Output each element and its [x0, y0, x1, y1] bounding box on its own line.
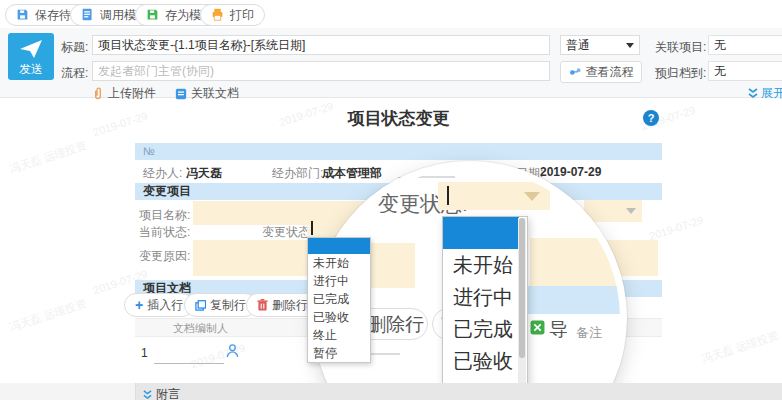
- lens-export-label: 导: [549, 317, 568, 343]
- lens-delete-row-label: 删除行: [367, 312, 424, 338]
- lens-option: 已完成: [443, 313, 519, 345]
- project-name-label: 项目名称:: [139, 207, 190, 224]
- doc-table-col-creator: 文档编制人: [173, 321, 228, 336]
- link-document-label: 关联文档: [191, 85, 239, 102]
- numero-row: №: [135, 143, 662, 160]
- lens-section-band-fragment: [528, 286, 620, 314]
- prearchive-value: 无: [714, 64, 726, 78]
- print-icon: [211, 8, 226, 23]
- chevron-down-icon: [626, 208, 636, 214]
- note-label: 附言: [156, 386, 180, 400]
- chevron-down-icon: [626, 43, 634, 48]
- lens-scrollbar-track: [518, 218, 526, 400]
- copy-row-label: 复制行: [210, 295, 246, 315]
- numero-label: №: [143, 143, 155, 160]
- status-option[interactable]: 暂停: [308, 344, 370, 362]
- person-picker-icon[interactable]: [226, 344, 239, 358]
- lens-option: 未开始: [443, 249, 519, 281]
- double-chevron-down-icon: [143, 390, 152, 400]
- priority-value: 普通: [566, 38, 590, 52]
- operator-value: 冯天磊: [186, 165, 222, 182]
- lens-change-status-input: [438, 182, 550, 210]
- flow-label: 流程:: [61, 65, 88, 82]
- change-status-label: 变更状态:: [262, 224, 313, 241]
- note-toggle[interactable]: 附言: [143, 386, 180, 400]
- save-icon: [16, 8, 31, 23]
- upload-attachment-label: 上传附件: [108, 85, 156, 102]
- current-status-label: 当前状态:: [139, 224, 190, 241]
- status-dropdown: 未开始 进行中 已完成 已验收 终止 暂停: [307, 237, 371, 363]
- paper-plane-icon: [19, 38, 43, 60]
- doc-creator-input[interactable]: [154, 343, 224, 364]
- paperclip-icon: [92, 87, 104, 100]
- dept-value: 成本管理部: [322, 165, 382, 182]
- status-option[interactable]: 未开始: [308, 254, 370, 272]
- related-project-label: 关联项目:: [655, 39, 706, 56]
- title-input[interactable]: [92, 35, 550, 55]
- template-icon: [81, 8, 96, 23]
- expand-label: 展开: [761, 85, 782, 102]
- flow-chart-icon: [569, 67, 582, 78]
- flow-input[interactable]: [92, 61, 550, 81]
- lens-excel-icon: [530, 320, 545, 335]
- related-project-field[interactable]: 无: [708, 35, 782, 55]
- related-project-value: 无: [714, 38, 726, 52]
- footer-bar: 附言: [0, 383, 782, 400]
- delete-row-label: 删除行: [272, 295, 308, 315]
- form-title: 项目状态变更: [135, 107, 662, 130]
- view-flow-button[interactable]: 查看流程: [560, 61, 642, 83]
- lens-remark-label: 备注: [576, 324, 602, 342]
- doc-row-index: 1: [141, 346, 148, 360]
- lens-option-empty: [443, 217, 519, 249]
- send-header: 发送 标题: 普通 关联项目: 无 流程: 查看流程 预归档到: 无 上传附件 …: [0, 28, 782, 98]
- change-reason-label: 变更原因:: [139, 248, 190, 265]
- plus-icon: +: [135, 295, 143, 315]
- send-button[interactable]: 发送: [8, 33, 54, 80]
- document-icon: [175, 88, 187, 100]
- status-option[interactable]: 已完成: [308, 290, 370, 308]
- trash-icon: [257, 299, 268, 311]
- send-button-label: 发送: [8, 61, 54, 78]
- view-flow-label: 查看流程: [586, 62, 634, 82]
- lens-text-caret: [447, 186, 449, 205]
- status-option-empty[interactable]: [308, 238, 370, 254]
- print-button[interactable]: 打印: [200, 4, 265, 26]
- status-option[interactable]: 终止: [308, 326, 370, 344]
- date-value: 2019-07-29: [540, 165, 601, 179]
- save-as-template-icon: [146, 8, 161, 23]
- upload-attachment-link[interactable]: 上传附件: [92, 85, 156, 102]
- project-risk-select[interactable]: [584, 200, 642, 222]
- prearchive-label: 预归档到:: [655, 65, 706, 82]
- insert-row-label: 插入行: [147, 295, 183, 315]
- lens-scrollbar-thumb: [519, 218, 525, 358]
- copy-icon: [195, 300, 206, 311]
- status-option[interactable]: 进行中: [308, 272, 370, 290]
- dept-label: 经办部门:: [272, 165, 323, 182]
- top-toolbar: 保存待发 调用模板 存为模板 打印: [0, 0, 782, 29]
- lens-status-dropdown: 未开始 进行中 已完成 已验收 终止 暂停: [442, 216, 528, 400]
- footer-left-strip: [0, 383, 136, 400]
- lens-option: 已验收: [443, 345, 519, 377]
- operator-label: 经办人:: [143, 165, 182, 182]
- lens-chevron-down-icon: [524, 192, 540, 201]
- expand-toggle[interactable]: 展开: [748, 85, 782, 102]
- lens-option: 进行中: [443, 281, 519, 313]
- status-option[interactable]: 已验收: [308, 308, 370, 326]
- link-document-link[interactable]: 关联文档: [175, 85, 239, 102]
- help-icon[interactable]: ?: [643, 110, 659, 126]
- title-label: 标题:: [61, 39, 88, 56]
- double-chevron-down-icon: [748, 88, 758, 99]
- prearchive-field[interactable]: 无: [708, 61, 782, 81]
- text-caret: [311, 221, 313, 235]
- priority-select[interactable]: 普通: [560, 35, 640, 55]
- print-label: 打印: [230, 5, 254, 25]
